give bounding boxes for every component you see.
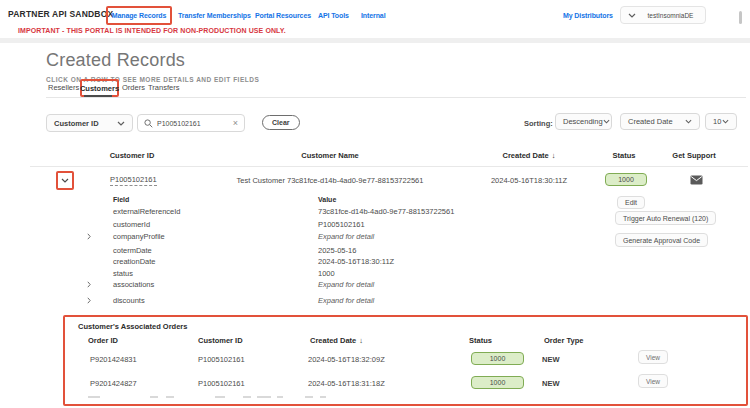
sort-desc-icon: ↓ bbox=[552, 151, 556, 160]
orders-col-status: Status bbox=[469, 336, 492, 345]
page-title: Created Records bbox=[46, 50, 185, 71]
chevron-down-icon bbox=[628, 13, 636, 18]
partner-api-sandbox-app: PARTNER API SANDBOX Manage Records Trans… bbox=[0, 0, 750, 408]
detail-value-expand-hint: Expand for detail bbox=[318, 280, 374, 289]
col-header-customer-name: Customer Name bbox=[301, 151, 359, 160]
detail-field: cotermDate bbox=[113, 246, 152, 255]
detail-field-header: Field bbox=[113, 196, 129, 203]
app-brand: PARTNER API SANDBOX bbox=[8, 9, 113, 19]
created-date-header-label: Created Date bbox=[502, 151, 548, 160]
orders-created-date-label: Created Date bbox=[310, 336, 356, 345]
chevron-right-icon[interactable] bbox=[87, 297, 91, 304]
detail-field: status bbox=[113, 269, 133, 278]
tab-customers-label: Customers bbox=[80, 84, 119, 93]
record-customer-name: Test Customer 73c81fce-d14b-4ad0-9e77-88… bbox=[237, 176, 424, 185]
order-created-date: 2024-05-16T18:32:09Z bbox=[308, 355, 385, 364]
page-subtitle: CLICK ON A ROW TO SEE MORE DETAILS AND E… bbox=[46, 76, 259, 83]
detail-field-expandable[interactable]: companyProfile bbox=[113, 232, 165, 241]
detail-value: 2025-05-16 bbox=[318, 246, 356, 255]
view-order-button[interactable]: View bbox=[638, 350, 668, 364]
clear-button-label: Clear bbox=[272, 119, 290, 126]
search-input[interactable] bbox=[157, 120, 229, 127]
page-size-value: 10 bbox=[713, 117, 721, 126]
generate-approval-code-button[interactable]: Generate Approval Code bbox=[615, 233, 708, 247]
order-status-badge: 1000 bbox=[471, 352, 524, 365]
view-order-button[interactable]: View bbox=[638, 374, 668, 388]
detail-value: 1000 bbox=[318, 269, 335, 278]
edit-button[interactable]: Edit bbox=[617, 196, 645, 209]
order-customer-id: P1005102161 bbox=[198, 355, 245, 364]
detail-value-expand-hint: Expand for detail bbox=[318, 296, 374, 305]
status-badge: 1000 bbox=[605, 173, 647, 186]
sort-direction-select[interactable]: Descending bbox=[555, 113, 612, 130]
tab-orders[interactable]: Orders bbox=[122, 83, 145, 92]
nav-internal[interactable]: Internal bbox=[361, 12, 385, 19]
orders-col-customer-id: Customer ID bbox=[198, 336, 243, 345]
record-customer-id-link[interactable]: P1005102161 bbox=[110, 175, 157, 186]
page-size-select[interactable]: 10 bbox=[705, 113, 737, 130]
chevron-down-icon bbox=[722, 119, 729, 124]
nav-my-distributors[interactable]: My Distributors bbox=[563, 12, 613, 19]
tab-transfers[interactable]: Transfers bbox=[148, 83, 179, 92]
order-type: NEW bbox=[542, 355, 560, 364]
header-divider bbox=[0, 38, 750, 43]
order-id: P9201424827 bbox=[90, 379, 137, 388]
detail-value: 73c81fce-d14b-4ad0-9e77-88153722561 bbox=[318, 207, 454, 216]
chevron-right-icon[interactable] bbox=[87, 281, 91, 288]
search-icon bbox=[144, 119, 153, 128]
detail-field-expandable[interactable]: associations bbox=[113, 280, 154, 289]
search-field-selected: Customer ID bbox=[54, 119, 99, 128]
nav-manage-records-label: Manage Records bbox=[112, 12, 167, 19]
detail-value: 2024-05-16T18:30:11Z bbox=[318, 257, 394, 266]
detail-field: customerId bbox=[113, 220, 150, 229]
associated-orders-section: Customer's Associated Orders Order ID Cu… bbox=[63, 315, 748, 406]
detail-field-expandable[interactable]: discounts bbox=[113, 296, 145, 305]
associated-orders-title: Customer's Associated Orders bbox=[78, 322, 187, 331]
search-box[interactable]: × bbox=[137, 114, 245, 132]
distributor-selected-value: testInsomniaDE bbox=[636, 12, 705, 19]
tabs-divider bbox=[46, 97, 746, 98]
nav-manage-records[interactable]: Manage Records bbox=[106, 6, 172, 25]
tab-resellers[interactable]: Resellers bbox=[48, 83, 79, 92]
detail-value-header: Value bbox=[318, 196, 336, 203]
sort-field-select[interactable]: Created Date bbox=[620, 113, 700, 130]
orders-col-order-type: Order Type bbox=[544, 336, 583, 345]
orders-col-order-id: Order ID bbox=[88, 336, 118, 345]
sort-desc-icon: ↓ bbox=[359, 336, 363, 345]
nav-transfer-memberships[interactable]: Transfer Memberships bbox=[178, 12, 251, 19]
sort-direction-value: Descending bbox=[563, 117, 603, 126]
col-header-status: Status bbox=[613, 151, 636, 160]
order-created-date: 2024-05-16T18:31:18Z bbox=[308, 379, 385, 388]
distributor-select[interactable]: testInsomniaDE bbox=[620, 6, 706, 24]
clear-search-x-icon[interactable]: × bbox=[233, 119, 238, 128]
chevron-down-icon bbox=[117, 121, 125, 126]
scrollbar-thumb[interactable] bbox=[739, 11, 742, 24]
col-header-customer-id: Customer ID bbox=[110, 151, 155, 160]
order-status-badge: 1000 bbox=[471, 376, 524, 389]
record-created-date: 2024-05-16T18:30:11Z bbox=[491, 176, 567, 185]
trigger-auto-renewal-button[interactable]: Trigger Auto Renewal (120) bbox=[615, 211, 716, 225]
clear-button[interactable]: Clear bbox=[262, 115, 300, 130]
chevron-down-icon bbox=[685, 119, 692, 124]
detail-value-expand-hint: Expand for detail bbox=[318, 232, 374, 241]
sorting-label: Sorting: bbox=[524, 119, 553, 128]
order-id: P9201424831 bbox=[90, 355, 137, 364]
detail-field: creationDate bbox=[113, 257, 156, 266]
table-header-divider bbox=[30, 166, 748, 167]
row-expand-chevron[interactable] bbox=[56, 171, 74, 190]
warning-banner: IMPORTANT - THIS PORTAL IS INTENDED FOR … bbox=[18, 27, 286, 34]
chevron-down-icon bbox=[61, 178, 69, 183]
get-support-envelope-icon[interactable] bbox=[690, 175, 703, 185]
chevron-right-icon[interactable] bbox=[87, 233, 91, 240]
chevron-down-icon bbox=[603, 119, 610, 124]
col-header-created-date[interactable]: Created Date↓ bbox=[502, 151, 555, 160]
detail-value: P1005102161 bbox=[318, 220, 365, 229]
orders-col-created-date[interactable]: Created Date↓ bbox=[310, 336, 363, 345]
nav-api-tools[interactable]: API Tools bbox=[318, 12, 349, 19]
sort-field-value: Created Date bbox=[628, 117, 673, 126]
col-header-get-support: Get Support bbox=[672, 151, 715, 160]
search-field-select[interactable]: Customer ID bbox=[46, 114, 133, 132]
nav-portal-resources[interactable]: Portal Resources bbox=[255, 12, 311, 19]
detail-field: externalReferenceId bbox=[113, 207, 181, 216]
order-type: NEW bbox=[542, 379, 560, 388]
